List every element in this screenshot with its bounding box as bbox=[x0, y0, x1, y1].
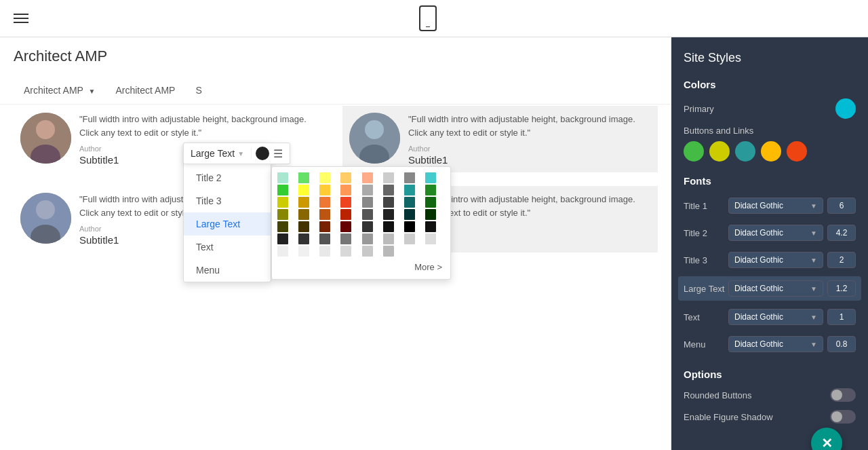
palette-color[interactable] bbox=[298, 246, 309, 257]
palette-color[interactable] bbox=[340, 233, 351, 244]
toggle-switch[interactable] bbox=[830, 410, 856, 424]
palette-color[interactable] bbox=[319, 221, 330, 232]
palette-color[interactable] bbox=[425, 233, 436, 244]
font-size-input[interactable]: 1.2 bbox=[827, 280, 856, 297]
palette-color[interactable] bbox=[277, 233, 288, 244]
dropdown-item-title2[interactable]: Title 2 bbox=[184, 166, 271, 189]
font-dropdown[interactable]: Didact Gothic ▼ bbox=[728, 225, 823, 241]
hamburger-icon[interactable] bbox=[14, 14, 28, 23]
palette-color[interactable] bbox=[425, 172, 436, 183]
align-button[interactable]: ☰ bbox=[273, 147, 283, 160]
palette-color[interactable] bbox=[425, 185, 436, 195]
palette-color[interactable] bbox=[298, 185, 309, 195]
palette-color[interactable] bbox=[340, 197, 351, 208]
font-dropdown[interactable]: Didact Gothic ▼ bbox=[728, 198, 823, 214]
font-dropdown[interactable]: Didact Gothic ▼ bbox=[728, 280, 823, 297]
palette-color[interactable] bbox=[277, 197, 288, 208]
font-select-group: Didact Gothic ▼ 0.8 bbox=[728, 336, 856, 352]
dropdown-item-title3[interactable]: Title 3 bbox=[184, 189, 271, 212]
chevron-down-icon: ▼ bbox=[810, 229, 817, 237]
palette-color[interactable] bbox=[319, 233, 330, 244]
avatar bbox=[349, 113, 400, 164]
option-label: Rounded Buttons bbox=[684, 390, 751, 400]
palette-color[interactable] bbox=[277, 185, 288, 195]
dropdown-item-menu[interactable]: Menu bbox=[184, 259, 271, 282]
palette-color[interactable] bbox=[404, 197, 415, 208]
font-dropdown[interactable]: Didact Gothic ▼ bbox=[728, 336, 823, 352]
font-select-group: Didact Gothic ▼ 1 bbox=[728, 309, 856, 325]
color-swatch-4[interactable] bbox=[787, 141, 807, 162]
palette-color[interactable] bbox=[425, 221, 436, 232]
color-swatch-3[interactable] bbox=[761, 141, 781, 162]
font-size-input[interactable]: 0.8 bbox=[827, 336, 856, 352]
toggle-switch[interactable] bbox=[830, 388, 856, 402]
palette-color[interactable] bbox=[277, 209, 288, 220]
palette-color[interactable] bbox=[383, 233, 394, 244]
color-swatch-2[interactable] bbox=[735, 141, 755, 162]
palette-color[interactable] bbox=[340, 221, 351, 232]
color-swatch-0[interactable] bbox=[684, 141, 704, 162]
palette-color[interactable] bbox=[383, 209, 394, 220]
nav-tab-3[interactable]: S bbox=[185, 78, 212, 104]
palette-color[interactable] bbox=[383, 197, 394, 208]
palette-color[interactable] bbox=[362, 197, 373, 208]
primary-color-swatch[interactable] bbox=[835, 98, 856, 119]
palette-more-button[interactable]: More > bbox=[277, 261, 445, 274]
palette-color[interactable] bbox=[298, 209, 309, 220]
palette-color[interactable] bbox=[362, 233, 373, 244]
nav-tab-2[interactable]: Architect AMP bbox=[105, 78, 185, 104]
font-row-text: Text Didact Gothic ▼ 1 bbox=[684, 306, 856, 328]
palette-color[interactable] bbox=[319, 246, 330, 257]
font-size-input[interactable]: 4.2 bbox=[827, 225, 856, 241]
palette-color[interactable] bbox=[404, 221, 415, 232]
palette-color[interactable] bbox=[362, 185, 373, 195]
palette-color[interactable] bbox=[383, 221, 394, 232]
palette-color[interactable] bbox=[319, 172, 330, 183]
palette-color[interactable] bbox=[404, 185, 415, 195]
font-dropdown[interactable]: Didact Gothic ▼ bbox=[728, 309, 823, 325]
palette-color[interactable] bbox=[319, 185, 330, 195]
palette-color[interactable] bbox=[298, 221, 309, 232]
colors-heading: Colors bbox=[684, 79, 856, 90]
nav-tab-1[interactable]: Architect AMP ▼ bbox=[14, 78, 105, 104]
palette-color[interactable] bbox=[277, 172, 288, 183]
palette-color[interactable] bbox=[404, 233, 415, 244]
svg-point-7 bbox=[36, 200, 55, 219]
dropdown-item-largetext[interactable]: Large Text bbox=[184, 212, 271, 236]
palette-color[interactable] bbox=[340, 172, 351, 183]
palette-color[interactable] bbox=[340, 246, 351, 257]
close-fab-button[interactable]: ✕ bbox=[811, 428, 842, 450]
palette-color[interactable] bbox=[298, 172, 309, 183]
palette-grid bbox=[277, 172, 445, 257]
font-label: Menu bbox=[684, 339, 724, 350]
palette-color[interactable] bbox=[404, 172, 415, 183]
palette-color[interactable] bbox=[298, 197, 309, 208]
font-size-input[interactable]: 1 bbox=[827, 309, 856, 325]
color-swatch-1[interactable] bbox=[709, 141, 730, 162]
palette-color[interactable] bbox=[362, 221, 373, 232]
palette-color[interactable] bbox=[298, 233, 309, 244]
palette-color[interactable] bbox=[340, 209, 351, 220]
palette-color[interactable] bbox=[425, 209, 436, 220]
palette-color[interactable] bbox=[383, 172, 394, 183]
palette-color[interactable] bbox=[362, 246, 373, 257]
color-picker-button[interactable] bbox=[256, 147, 269, 160]
palette-color[interactable] bbox=[425, 197, 436, 208]
palette-color[interactable] bbox=[383, 185, 394, 195]
palette-color[interactable] bbox=[362, 209, 373, 220]
palette-color[interactable] bbox=[277, 246, 288, 257]
palette-color[interactable] bbox=[319, 197, 330, 208]
dropdown-item-text[interactable]: Text bbox=[184, 236, 271, 259]
style-dropdown[interactable]: Large Text ▼ bbox=[191, 148, 252, 159]
font-dropdown[interactable]: Didact Gothic ▼ bbox=[728, 252, 823, 268]
palette-color[interactable] bbox=[404, 209, 415, 220]
font-size-input[interactable]: 6 bbox=[827, 198, 856, 214]
palette-color[interactable] bbox=[362, 172, 373, 183]
palette-color[interactable] bbox=[340, 185, 351, 195]
palette-color[interactable] bbox=[383, 246, 394, 257]
palette-color[interactable] bbox=[277, 221, 288, 232]
svg-point-1 bbox=[36, 120, 55, 139]
palette-color[interactable] bbox=[319, 209, 330, 220]
mobile-preview-icon[interactable] bbox=[419, 5, 437, 31]
font-size-input[interactable]: 2 bbox=[827, 252, 856, 268]
